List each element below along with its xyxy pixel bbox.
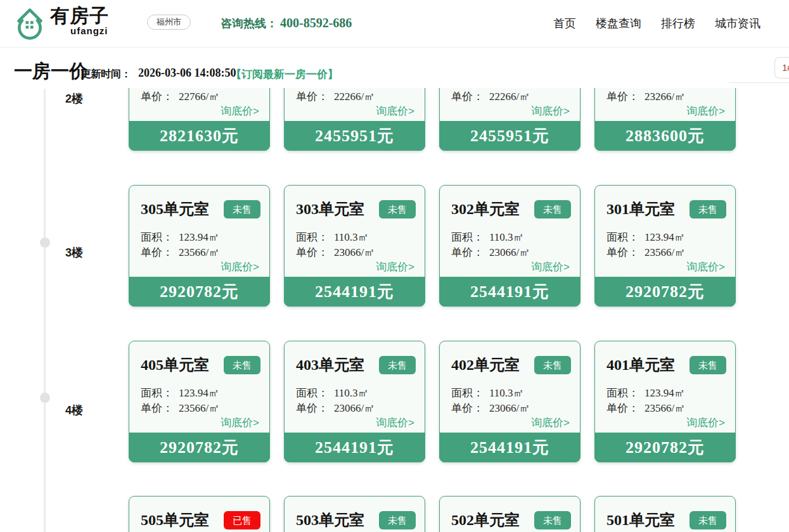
nav-item-ranking[interactable]: 排行榜: [661, 16, 695, 31]
total-price: 2920782元: [129, 277, 270, 307]
total-price: 2544191元: [439, 433, 581, 462]
unit-price-value: 23566/㎡: [645, 246, 685, 258]
ask-bottom-price-link[interactable]: 询底价>: [129, 104, 269, 118]
unit-price-line: 单价：23266/㎡: [595, 89, 735, 104]
floor-row-3f: 305单元室未售 面积：123.94㎡ 单价：23566/㎡ 询底价> 2920…: [129, 185, 736, 307]
unit-price-value: 23566/㎡: [179, 246, 219, 258]
ask-bottom-price-link[interactable]: 询底价>: [440, 260, 580, 274]
area-line: 面积：123.94㎡: [595, 386, 735, 401]
status-badge: 未售: [690, 511, 726, 529]
hotline: 咨询热线：400-8592-686: [221, 16, 352, 31]
unit-title: 302单元室: [451, 199, 520, 219]
area-value: 123.94㎡: [645, 387, 685, 399]
floor-row-4f: 405单元室未售 面积：123.94㎡ 单价：23566/㎡ 询底价> 2920…: [129, 341, 736, 462]
floor-label-4f: 4楼: [65, 403, 83, 418]
area-value: 110.3㎡: [334, 231, 369, 243]
subscribe-link[interactable]: 【订阅最新一房一价】: [231, 67, 338, 82]
status-badge: 未售: [534, 511, 571, 529]
logo-subtitle: ufangzi: [70, 25, 109, 36]
logo-text: 有房子 ufangzi: [50, 5, 109, 41]
area-line: 面积：110.3㎡: [285, 386, 425, 401]
floor-timeline-line: [44, 89, 46, 532]
status-badge: 未售: [690, 356, 726, 374]
unit-price-value: 23566/㎡: [179, 402, 219, 414]
total-price: 2883600元: [594, 121, 736, 151]
unit-card-502: 502单元室未售 面积： 单价： 询底价>: [439, 496, 581, 532]
area-value: 123.94㎡: [179, 231, 219, 243]
nav-item-building-search[interactable]: 楼盘查询: [596, 16, 641, 31]
status-badge: 未售: [379, 200, 416, 218]
unit-price-line: 单价：23066/㎡: [285, 245, 425, 260]
floor-label-3f: 3楼: [65, 245, 83, 260]
status-badge: 未售: [379, 356, 416, 374]
unit-card-505: 505单元室已售 面积： 单价： 询底价>: [129, 496, 270, 532]
unit-price-line: 单价：23566/㎡: [595, 401, 735, 416]
area-value: 110.3㎡: [489, 231, 524, 243]
ask-bottom-price-link[interactable]: 询底价>: [595, 104, 735, 118]
ask-bottom-price-link[interactable]: 询底价>: [285, 416, 425, 430]
ask-bottom-price-link[interactable]: 询底价>: [440, 104, 580, 118]
total-price: 2544191元: [284, 433, 425, 462]
unit-price-value: 22266/㎡: [334, 91, 375, 103]
unit-price-value: 23066/㎡: [489, 246, 530, 258]
ask-bottom-price-link[interactable]: 询底价>: [440, 416, 580, 430]
unit-card-501: 501单元室未售 面积： 单价： 询底价>: [594, 496, 736, 532]
city-selector[interactable]: 福州市: [147, 15, 191, 30]
unit-card-402: 402单元室未售 面积：110.3㎡ 单价：23066/㎡ 询底价> 25441…: [439, 341, 581, 462]
unit-price-value: 23066/㎡: [334, 402, 375, 414]
area-line: 面积：110.3㎡: [440, 386, 580, 401]
ask-bottom-price-link[interactable]: 询底价>: [129, 260, 269, 274]
building-tab-1[interactable]: 1#: [774, 57, 789, 79]
floor-timeline-dot: [40, 393, 50, 403]
unit-price-line: 单价：22766/㎡: [129, 89, 269, 104]
unit-price-line: 单价：23066/㎡: [285, 401, 425, 416]
unit-title: 502单元室: [451, 510, 520, 530]
total-price: 2920782元: [594, 277, 736, 307]
area-value: 123.94㎡: [179, 387, 219, 399]
unit-price-line: 单价：23566/㎡: [595, 245, 735, 260]
unit-title: 305单元室: [141, 199, 209, 219]
ask-bottom-price-link[interactable]: 询底价>: [595, 260, 735, 274]
area-value: 123.94㎡: [645, 231, 685, 243]
area-line: 面积：123.94㎡: [129, 230, 269, 245]
area-value: 110.3㎡: [334, 387, 369, 399]
unit-price-line: 单价：22266/㎡: [285, 89, 425, 104]
ask-bottom-price-link[interactable]: 询底价>: [285, 260, 425, 274]
updated-time: 2026-03-06 14:08:50: [138, 66, 236, 80]
unit-title: 501单元室: [606, 510, 675, 530]
unit-price-line: 单价：23066/㎡: [440, 245, 580, 260]
floor-timeline-dot: [40, 238, 50, 248]
nav-item-city-news[interactable]: 城市资讯: [715, 16, 760, 31]
unit-price-value: 22266/㎡: [489, 91, 530, 103]
status-badge: 未售: [534, 356, 571, 374]
status-badge: 未售: [224, 200, 260, 218]
area-line: 面积：110.3㎡: [440, 230, 580, 245]
unit-card-303: 303单元室未售 面积：110.3㎡ 单价：23066/㎡ 询底价> 25441…: [284, 185, 425, 307]
ask-bottom-price-link[interactable]: 询底价>: [285, 104, 425, 118]
unit-price-value: 22766/㎡: [179, 91, 219, 103]
total-price: 2544191元: [284, 277, 425, 307]
unit-title: 301单元室: [606, 199, 675, 219]
unit-title: 401单元室: [606, 355, 675, 375]
unit-price-value: 23066/㎡: [334, 246, 375, 258]
unit-title: 505单元室: [141, 510, 209, 530]
status-badge: 已售: [224, 511, 260, 529]
unit-card-305: 305单元室未售 面积：123.94㎡ 单价：23566/㎡ 询底价> 2920…: [129, 185, 270, 307]
status-badge: 未售: [379, 511, 416, 529]
page-title: 一房一价: [14, 59, 87, 84]
unit-title: 402单元室: [451, 355, 520, 375]
total-price: 2920782元: [129, 433, 270, 462]
area-line: 面积：110.3㎡: [285, 230, 425, 245]
unit-card-405: 405单元室未售 面积：123.94㎡ 单价：23566/㎡ 询底价> 2920…: [129, 341, 270, 462]
unit-title: 403单元室: [296, 355, 364, 375]
unit-title: 303单元室: [296, 199, 364, 219]
ask-bottom-price-link[interactable]: 询底价>: [129, 416, 269, 430]
main-nav: 首页 楼盘查询 排行榜 城市资讯: [553, 0, 760, 47]
unit-title: 503单元室: [296, 510, 364, 530]
site-logo[interactable]: 有房子 ufangzi: [15, 5, 109, 41]
nav-item-home[interactable]: 首页: [553, 16, 576, 31]
total-price: 2544191元: [439, 277, 581, 307]
total-price: 2455951元: [284, 121, 425, 151]
ask-bottom-price-link[interactable]: 询底价>: [595, 416, 735, 430]
status-badge: 未售: [224, 356, 260, 374]
